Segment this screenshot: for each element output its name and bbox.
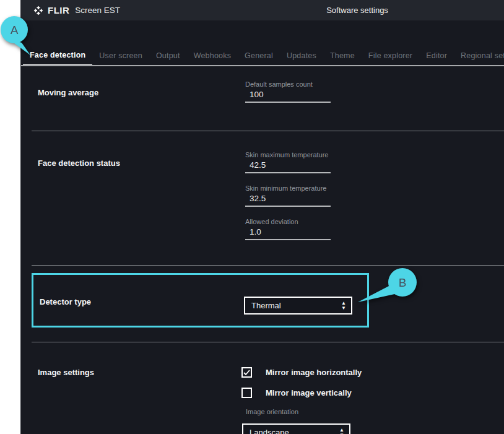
logo-brand-text: FLIR: [48, 5, 69, 15]
callout-b: B: [353, 266, 421, 306]
window-title: Software settings: [326, 0, 388, 20]
callout-a-letter: A: [11, 24, 19, 37]
allowed-deviation-input[interactable]: [245, 226, 331, 240]
tab-general[interactable]: General: [238, 51, 280, 65]
detector-type-selected-value: Thermal: [251, 301, 341, 310]
section-image-settings: Image settings Mirror image horizontally…: [32, 342, 504, 432]
checkmark-icon: [243, 370, 250, 376]
select-spinner-icon[interactable]: ▲▼: [341, 302, 346, 310]
mirror-horizontally-checkbox[interactable]: [241, 367, 252, 378]
checkbox-row-mirror-horizontally: Mirror image horizontally: [241, 367, 362, 378]
section-title-detector-type: Detector type: [40, 297, 91, 306]
tab-updates[interactable]: Updates: [280, 51, 323, 65]
titlebar: FLIR Screen EST Software settings: [21, 0, 504, 20]
tab-file-explorer[interactable]: File explorer: [362, 51, 419, 65]
field-allowed-deviation: Allowed deviation: [245, 218, 331, 240]
settings-tabbar: Face detection User screen Output Webhoo…: [21, 20, 504, 66]
logo-product-text: Screen EST: [75, 6, 120, 15]
skin-maximum-temperature-input[interactable]: [245, 159, 331, 173]
app-window: FLIR Screen EST Software settings Face d…: [20, 0, 504, 434]
tab-theme[interactable]: Theme: [323, 51, 362, 65]
checkbox-row-mirror-vertically: Mirror image vertically: [241, 388, 352, 398]
mirror-vertically-checkbox[interactable]: [241, 388, 252, 398]
tab-output[interactable]: Output: [149, 51, 187, 65]
detector-type-highlight-box: Detector type Thermal ▲▼: [32, 273, 369, 328]
image-orientation-select[interactable]: Landscape ▲▼: [242, 423, 350, 434]
field-skin-maximum-temperature: Skin maximum temperature: [245, 151, 331, 173]
section-title-image-settings: Image settings: [38, 368, 94, 377]
tab-user-screen[interactable]: User screen: [92, 51, 149, 65]
page: FLIR Screen EST Software settings Face d…: [0, 0, 504, 434]
image-orientation-selected-value: Landscape: [250, 428, 339, 434]
mirror-horizontally-label: Mirror image horizontally: [266, 368, 362, 377]
field-label: Default samples count: [245, 80, 331, 89]
field-label: Allowed deviation: [245, 218, 331, 226]
default-samples-count-input[interactable]: [245, 89, 331, 103]
tab-editor[interactable]: Editor: [419, 51, 454, 65]
callout-b-letter: B: [399, 276, 407, 289]
tab-webhooks[interactable]: Webhooks: [187, 51, 238, 65]
flir-logo: FLIR Screen EST: [33, 0, 120, 20]
section-detector-type: Detector type Thermal ▲▼: [32, 266, 504, 342]
section-title-face-detection-status: Face detection status: [38, 158, 120, 168]
field-label: Skin maximum temperature: [245, 151, 331, 159]
section-face-detection-status: Face detection status Skin maximum tempe…: [32, 131, 504, 266]
field-default-samples-count: Default samples count: [245, 80, 331, 103]
skin-minimum-temperature-input[interactable]: [245, 193, 331, 207]
image-orientation-label: Image orientation: [246, 408, 298, 415]
section-moving-average: Moving average Default samples count: [32, 66, 504, 131]
tab-regional-settings[interactable]: Regional settings: [454, 51, 504, 65]
detector-type-select[interactable]: Thermal ▲▼: [244, 297, 352, 315]
flir-logo-icon: [33, 6, 43, 15]
section-title-moving-average: Moving average: [38, 88, 98, 97]
field-label: Skin minimum temperature: [245, 184, 331, 193]
select-spinner-icon[interactable]: ▲▼: [339, 428, 344, 434]
field-skin-minimum-temperature: Skin minimum temperature: [245, 184, 331, 207]
mirror-vertically-label: Mirror image vertically: [266, 388, 352, 397]
callout-a: A: [0, 15, 38, 59]
